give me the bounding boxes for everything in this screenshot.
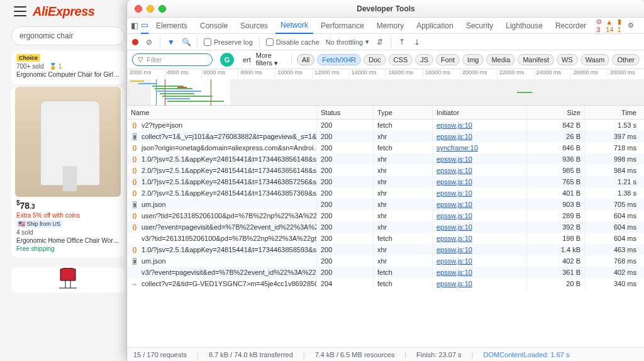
search-icon[interactable]: 🔍 [182, 38, 191, 47]
device-icon[interactable]: ▭ [141, 18, 148, 34]
tab-security[interactable]: Security [461, 18, 498, 34]
table-row[interactable]: v2?type=json200fetchepssw.js:10842 B1.53… [127, 119, 644, 131]
request-status: 200 [317, 210, 374, 221]
table-header[interactable]: Name Status Type Initiator Size Time [127, 106, 644, 119]
col-time[interactable]: Time [585, 106, 640, 119]
request-time: 998 ms [585, 153, 640, 165]
initiator-link[interactable]: epssw.js:10 [436, 212, 472, 219]
request-time: 340 ms [585, 278, 640, 289]
table-row[interactable]: user/?event=pagevisit&ed=%7B%22event_id%… [127, 221, 644, 233]
pill-fetchxhr[interactable]: Fetch/XHR [317, 54, 361, 65]
invert-label[interactable]: ert [243, 56, 251, 64]
col-status[interactable]: Status [317, 106, 374, 119]
tab-recorder[interactable]: Recorder [550, 18, 591, 34]
col-size[interactable]: Size [527, 106, 585, 119]
initiator-link[interactable]: epssw.js:10 [436, 133, 472, 140]
col-name[interactable]: Name [127, 106, 317, 119]
initiator-link[interactable]: epssw.js:10 [436, 246, 472, 253]
pill-img[interactable]: Img [462, 54, 484, 65]
request-status: 200 [317, 255, 374, 267]
table-row[interactable]: user/?tid=2613185206100&pd=%7B%22np%22%3… [127, 210, 644, 221]
pill-other[interactable]: Other [612, 54, 640, 65]
flag-indicator[interactable]: ▮ 1 [618, 18, 621, 33]
pill-css[interactable]: CSS [389, 54, 413, 65]
medal-icon: 🏅 1 [49, 63, 62, 70]
gear-icon[interactable]: ⚙ [625, 21, 636, 30]
request-size: 765 B [527, 176, 585, 187]
tab-lighthouse[interactable]: Lighthouse [501, 18, 548, 34]
timeline-overview[interactable]: 2000 ms 4000 ms 6000 ms 8000 ms 10000 ms… [127, 69, 644, 106]
initiator-link[interactable]: epssw.js:10 [436, 189, 472, 197]
tab-network[interactable]: Network [275, 18, 313, 34]
tab-console[interactable]: Console [195, 18, 233, 34]
initiator-link[interactable]: epssw.js:10 [436, 280, 472, 287]
table-row[interactable]: um.json200xhrepssw.js:10903 B705 ms [127, 199, 644, 210]
pill-media[interactable]: Media [486, 54, 515, 65]
throttling-select[interactable]: No throttling ▾ [326, 38, 369, 46]
price: $78.3 [16, 199, 119, 211]
grammarly-icon[interactable]: G [220, 53, 234, 67]
clear-button[interactable]: ⊘ [145, 38, 153, 47]
network-toolbar: ⊘ ▼ 🔍 Preserve log Disable cache No thro… [127, 34, 644, 50]
pill-font[interactable]: Font [436, 54, 460, 65]
ae-logo[interactable]: AliExpress [33, 4, 94, 19]
pill-manifest[interactable]: Manifest [518, 54, 554, 65]
pill-ws[interactable]: WS [557, 54, 578, 65]
col-initiator[interactable]: Initiator [433, 106, 527, 119]
inspect-icon[interactable]: ◧ [131, 21, 138, 30]
table-row[interactable]: um.json200xhrepssw.js:10402 B768 ms [127, 255, 644, 267]
request-type: xhr [374, 176, 433, 187]
table-row[interactable]: 1.0/?jsv=2.5.1&appKey=24815441&t=1734463… [127, 244, 644, 255]
initiator-link[interactable]: epssw.js:10 [436, 178, 472, 186]
table-row[interactable]: json?origin=onetag&domain=aliexpress.com… [127, 142, 644, 153]
more-icon[interactable]: ⋮ [640, 21, 644, 30]
pill-js[interactable]: JS [415, 54, 433, 65]
tab-memory[interactable]: Memory [372, 18, 409, 34]
pill-doc[interactable]: Doc [364, 54, 386, 65]
table-row[interactable]: 1.0/?jsv=2.5.1&appKey=24815441&t=1734463… [127, 176, 644, 187]
table-row[interactable]: v3/?tid=2613185206100&pd=%7B%22np%22%3A%… [127, 233, 644, 244]
wifi-icon[interactable]: ⇵ [375, 38, 384, 47]
product-card-2[interactable]: $78.3 Extra 5% off with coins 🇺🇸 Ship fr… [11, 87, 125, 257]
initiator-link[interactable]: epssw.js:10 [436, 167, 472, 174]
tab-elements[interactable]: Elements [151, 18, 192, 34]
filter-input[interactable]: ▽ Filter [132, 53, 213, 66]
initiator-link[interactable]: epssw.js:10 [436, 235, 472, 242]
table-row[interactable]: collect?v=1&_v=j101&a=276083882&t=pagevi… [127, 131, 644, 142]
product-card-1[interactable]: Choice 700+ sold 🏅 1 Ergonomic Computer … [11, 50, 125, 84]
disable-cache-checkbox[interactable]: Disable cache [266, 38, 319, 46]
filter-icon[interactable]: ▼ [167, 38, 175, 47]
table-row[interactable]: 2.0/?jsv=2.5.1&appKey=24815441&t=1734463… [127, 165, 644, 176]
table-row[interactable]: collect?v=2&tid=G-VED1YSGNC7>m=45je4cc1v… [127, 278, 644, 289]
initiator-link[interactable]: epssw.js:10 [436, 201, 472, 208]
tab-sources[interactable]: Sources [235, 18, 273, 34]
initiator-link[interactable]: epssw.js:10 [436, 223, 472, 231]
titlebar[interactable]: Developer Tools [127, 0, 644, 18]
initiator-link[interactable]: epssw.js:10 [436, 257, 472, 265]
error-indicator[interactable]: ⊘ 3 [596, 18, 602, 33]
more-filters[interactable]: More filters ▾ [256, 52, 286, 67]
request-name: um.json [142, 201, 166, 208]
warning-indicator[interactable]: ▲ 14 [606, 18, 613, 33]
col-type[interactable]: Type [374, 106, 433, 119]
search-input[interactable]: ergonomic chair [11, 26, 125, 45]
table-row[interactable]: 1.0/?jsv=2.5.1&appKey=24815441&t=1734463… [127, 153, 644, 165]
initiator-link[interactable]: epssw.js:10 [436, 269, 472, 276]
download-icon[interactable]: ⤓ [413, 38, 421, 47]
upload-icon[interactable]: ⤒ [397, 38, 406, 47]
pill-wasm[interactable]: Wasm [580, 54, 610, 65]
table-row[interactable]: 2.0/?jsv=2.5.1&appKey=24815441&t=1734463… [127, 187, 644, 199]
initiator-link[interactable]: syncframe:10 [436, 144, 478, 152]
tab-application[interactable]: Application [411, 18, 458, 34]
product-card-3[interactable] [11, 267, 125, 292]
request-table[interactable]: v2?type=json200fetchepssw.js:10842 B1.53… [127, 119, 644, 338]
request-name: v2?type=json [142, 121, 182, 129]
initiator-link[interactable]: epssw.js:10 [436, 121, 472, 129]
tab-performance[interactable]: Performance [316, 18, 369, 34]
table-row[interactable]: v3/?event=pagevisit&ed=%7B%22event_id%22… [127, 267, 644, 278]
hamburger-icon[interactable] [14, 6, 26, 16]
initiator-link[interactable]: epssw.js:10 [436, 155, 472, 163]
pill-all[interactable]: All [297, 54, 314, 65]
record-button[interactable] [132, 39, 138, 45]
preserve-log-checkbox[interactable]: Preserve log [204, 38, 253, 46]
